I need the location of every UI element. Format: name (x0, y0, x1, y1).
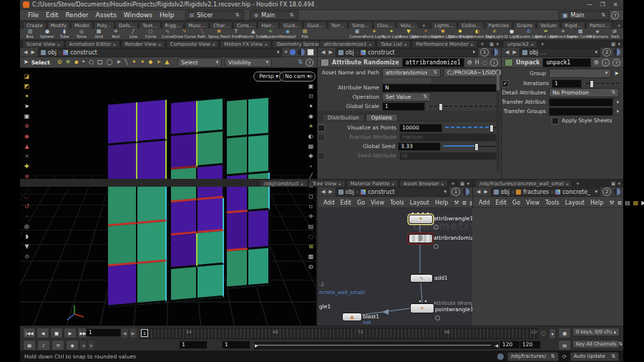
magnify-icon[interactable]: ◌ (482, 59, 487, 66)
shelf-tab[interactable]: Create (23, 21, 47, 29)
back-icon[interactable]: ◀ (321, 189, 326, 195)
group-dropdown[interactable]: ▾ (549, 69, 611, 78)
wall-tile[interactable] (171, 134, 197, 170)
range-start2-field[interactable]: 1 (222, 341, 250, 349)
iterations-slider[interactable] (585, 80, 619, 87)
pane-tab[interactable]: Render View▪ (121, 40, 165, 47)
pane-tab[interactable]: Tree View▪ (308, 180, 346, 187)
bookmark-icon[interactable]: H (475, 59, 479, 66)
sync-icon[interactable] (613, 188, 620, 195)
shelf-tool[interactable]: ✳ L-System (262, 29, 279, 39)
viewport-display-icon[interactable]: ☀ (307, 122, 316, 130)
select-mode-dropdown[interactable]: Select▾ (177, 58, 222, 67)
pane-menu-icon[interactable]: ▾ (618, 41, 620, 47)
shelf-tab[interactable]: Poly... (94, 21, 114, 29)
network-menu-item[interactable]: Tools (390, 200, 404, 206)
link-icon[interactable] (290, 49, 296, 55)
shelf-tab[interactable]: Particl... (586, 21, 613, 29)
maximize-button[interactable]: ❐ (597, 1, 608, 8)
shelf-tool[interactable]: ○ Circle (142, 29, 159, 39)
select-tool-label[interactable]: Select (31, 59, 50, 66)
back-icon[interactable]: ◀ (321, 49, 326, 55)
palette-icon[interactable]: ▦ (633, 200, 639, 206)
wall-tile[interactable] (197, 99, 224, 134)
node-badge[interactable] (435, 315, 440, 321)
viewport-display-icon[interactable]: ✛ (307, 212, 316, 220)
shelf-tab[interactable]: Hair... (258, 21, 279, 29)
viewport-toolbar-icon[interactable]: ╲ (125, 59, 128, 65)
range-end2-field[interactable]: 120 (519, 341, 541, 349)
network2-path[interactable]: obj› fractures› concrete_wall_small ▾ (491, 187, 600, 197)
viewport-display-icon[interactable]: ∘ (307, 162, 316, 170)
pane-maximize-icon[interactable]: ▣ (489, 41, 494, 47)
viewport-display-icon[interactable]: ⊡ (307, 92, 316, 100)
shelf-tool[interactable]: ⇄ Swit (606, 29, 623, 39)
shelf-tool[interactable]: ◐ Environment Light (469, 29, 486, 39)
visualize-field[interactable]: 10000 (399, 124, 442, 132)
info-icon[interactable]: i (602, 59, 610, 67)
shelf-tool[interactable]: ◈ VR Camera (589, 29, 606, 39)
tile-wall-2[interactable] (170, 98, 225, 303)
shelf-tab[interactable]: Musc... (185, 21, 209, 29)
iterations-field[interactable]: 1 (552, 79, 582, 88)
viewport-toolbar-icon[interactable]: ◆ (148, 59, 152, 65)
refresh-icon[interactable]: ⟳ (562, 353, 567, 360)
viewport-toolbar-icon[interactable]: ✿ (57, 59, 62, 65)
wall-tile[interactable] (248, 210, 270, 250)
shelf-tool[interactable]: ◎ Torus (73, 29, 90, 39)
viewport-tool-icon[interactable]: ✦ (23, 92, 31, 100)
transport-button[interactable]: |◀◀ (23, 328, 36, 338)
shelf-tab[interactable]: Char... (210, 21, 233, 29)
network-menu-item[interactable]: Help (435, 200, 448, 206)
select-arrow-icon[interactable]: ➤ (24, 59, 29, 65)
viewport-toolbar-icon[interactable]: ❖ (66, 59, 71, 65)
pane-tab[interactable]: unpack2▪ (503, 40, 537, 47)
tab-distribution[interactable]: Distribution (322, 114, 365, 121)
range-start-field[interactable]: 1 (179, 341, 208, 349)
clipped-param-row[interactable] (382, 77, 432, 83)
gear-icon[interactable]: ⚙ (594, 59, 599, 66)
wall-tile[interactable] (197, 264, 224, 300)
viewport-tool-icon[interactable]: ↺ (23, 202, 31, 210)
shelf-tab[interactable]: Defo... (115, 21, 138, 29)
seed-attr-checkbox[interactable] (318, 152, 325, 160)
select-group-arrow-icon[interactable]: ➤ (614, 70, 619, 77)
viewport-tool-icon[interactable]: ◦ (23, 212, 31, 220)
fraction-field[interactable]: fraction (399, 133, 497, 142)
new-pane-tab-button[interactable]: + (538, 41, 547, 47)
network-menu-item[interactable]: Help (590, 200, 603, 206)
viewport-toolbar-icon[interactable]: ▲ (165, 59, 169, 65)
shelf-tab[interactable]: Collisi... (458, 21, 484, 29)
viewport-toolbar-icon[interactable]: • (82, 59, 85, 65)
shelf-tab[interactable]: Terr... (328, 21, 348, 29)
wall-tile[interactable] (137, 99, 167, 142)
shelf-tool[interactable]: ▥ Box (21, 29, 39, 39)
visualize-slider[interactable] (445, 124, 497, 131)
node-name-field[interactable]: unpack1 (542, 58, 590, 67)
shelf-tab[interactable]: Simp... (348, 21, 373, 29)
playback-option-button[interactable]: ♪ (37, 340, 50, 351)
global-scale-slider[interactable] (428, 103, 497, 109)
shelf-tab[interactable]: Lights... (431, 21, 457, 29)
sync-icon[interactable] (462, 188, 469, 195)
pane-tab[interactable]: Take List▪ (376, 40, 411, 47)
wrench-icon[interactable]: ⚒ (454, 200, 459, 206)
iterations-checkbox[interactable]: ✓ (502, 80, 509, 87)
menu-item[interactable]: Windows (120, 11, 156, 19)
close-button[interactable]: ✕ (610, 1, 620, 8)
attribute-name-field[interactable]: N (382, 84, 497, 92)
wall-tile[interactable] (171, 101, 197, 137)
wall-tile[interactable] (108, 183, 137, 226)
network-menu-item[interactable]: Go (357, 200, 365, 206)
timeline-zoom-dropdown[interactable]: ▾ (549, 328, 556, 339)
transport-button[interactable]: ■ (50, 328, 63, 338)
tree-icon[interactable]: ≣ (462, 200, 467, 206)
node-label[interactable]: add1 (434, 275, 448, 281)
viewport-tool-icon[interactable]: ➤ (23, 102, 31, 110)
visibility-dropdown[interactable]: Visibility▾ (225, 58, 272, 67)
help-icon[interactable]: ? (611, 11, 619, 19)
tile-wall-1[interactable] (107, 99, 167, 308)
shelf-tool[interactable]: ✦ Spot Light (383, 29, 400, 39)
node-name-field[interactable]: attribrandomize1 (402, 58, 464, 67)
tab-options[interactable]: Options (366, 114, 398, 121)
